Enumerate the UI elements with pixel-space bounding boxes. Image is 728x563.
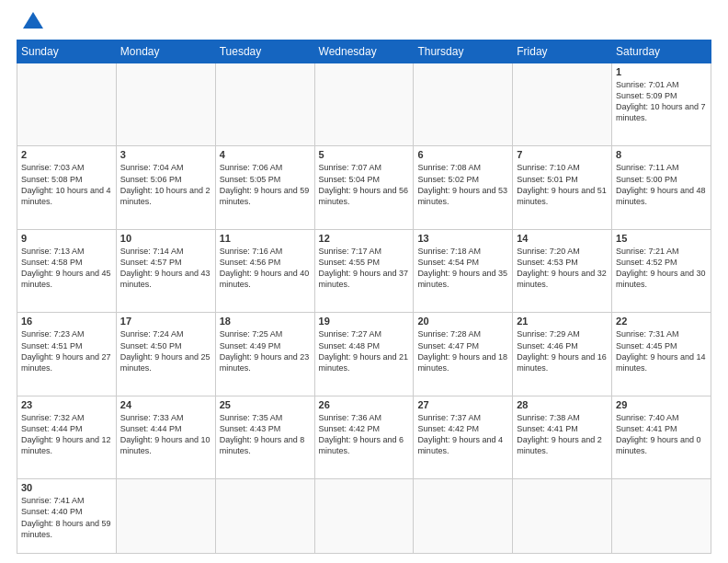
day-info: Sunrise: 7:40 AM Sunset: 4:41 PM Dayligh… bbox=[616, 412, 707, 457]
calendar-cell: 26Sunrise: 7:36 AM Sunset: 4:42 PM Dayli… bbox=[314, 396, 414, 478]
day-number: 10 bbox=[120, 233, 211, 244]
weekday-header-saturday: Saturday bbox=[612, 40, 711, 63]
day-number: 1 bbox=[616, 66, 707, 77]
calendar-cell bbox=[414, 63, 513, 146]
calendar-week-row: 2Sunrise: 7:03 AM Sunset: 5:08 PM Daylig… bbox=[17, 146, 711, 229]
day-info: Sunrise: 7:27 AM Sunset: 4:48 PM Dayligh… bbox=[319, 328, 410, 373]
day-number: 21 bbox=[517, 316, 608, 327]
day-number: 28 bbox=[517, 399, 608, 410]
calendar-week-row: 1Sunrise: 7:01 AM Sunset: 5:09 PM Daylig… bbox=[17, 63, 711, 146]
day-info: Sunrise: 7:03 AM Sunset: 5:08 PM Dayligh… bbox=[21, 162, 112, 207]
calendar-cell bbox=[513, 479, 612, 554]
calendar-cell: 6Sunrise: 7:08 AM Sunset: 5:02 PM Daylig… bbox=[414, 146, 513, 229]
calendar-cell: 30Sunrise: 7:41 AM Sunset: 4:40 PM Dayli… bbox=[17, 479, 117, 554]
calendar-cell: 19Sunrise: 7:27 AM Sunset: 4:48 PM Dayli… bbox=[314, 313, 414, 396]
day-number: 12 bbox=[319, 233, 410, 244]
day-number: 20 bbox=[417, 316, 508, 327]
calendar-cell: 9Sunrise: 7:13 AM Sunset: 4:58 PM Daylig… bbox=[17, 229, 117, 312]
day-info: Sunrise: 7:17 AM Sunset: 4:55 PM Dayligh… bbox=[319, 246, 410, 291]
calendar-cell bbox=[612, 479, 711, 554]
day-info: Sunrise: 7:04 AM Sunset: 5:06 PM Dayligh… bbox=[120, 162, 211, 207]
header bbox=[17, 15, 711, 32]
day-info: Sunrise: 7:28 AM Sunset: 4:47 PM Dayligh… bbox=[417, 328, 508, 373]
day-info: Sunrise: 7:36 AM Sunset: 4:42 PM Dayligh… bbox=[319, 412, 410, 457]
day-number: 9 bbox=[21, 233, 112, 244]
day-info: Sunrise: 7:23 AM Sunset: 4:51 PM Dayligh… bbox=[21, 328, 112, 373]
day-number: 11 bbox=[220, 233, 311, 244]
calendar-cell: 21Sunrise: 7:29 AM Sunset: 4:46 PM Dayli… bbox=[513, 313, 612, 396]
day-info: Sunrise: 7:32 AM Sunset: 4:44 PM Dayligh… bbox=[21, 412, 112, 457]
day-number: 3 bbox=[120, 149, 211, 160]
day-info: Sunrise: 7:37 AM Sunset: 4:42 PM Dayligh… bbox=[417, 412, 508, 457]
calendar-cell: 1Sunrise: 7:01 AM Sunset: 5:09 PM Daylig… bbox=[612, 63, 711, 146]
day-number: 22 bbox=[616, 316, 707, 327]
calendar-cell bbox=[414, 479, 513, 554]
calendar-cell: 10Sunrise: 7:14 AM Sunset: 4:57 PM Dayli… bbox=[116, 229, 215, 312]
day-number: 2 bbox=[21, 149, 112, 160]
day-info: Sunrise: 7:10 AM Sunset: 5:01 PM Dayligh… bbox=[517, 162, 608, 207]
calendar-cell: 28Sunrise: 7:38 AM Sunset: 4:41 PM Dayli… bbox=[513, 396, 612, 478]
logo-icon bbox=[23, 12, 43, 29]
calendar-cell bbox=[116, 63, 215, 146]
day-info: Sunrise: 7:11 AM Sunset: 5:00 PM Dayligh… bbox=[616, 162, 707, 207]
day-info: Sunrise: 7:20 AM Sunset: 4:53 PM Dayligh… bbox=[517, 246, 608, 291]
calendar-cell bbox=[314, 63, 414, 146]
weekday-header-tuesday: Tuesday bbox=[215, 40, 314, 63]
day-info: Sunrise: 7:08 AM Sunset: 5:02 PM Dayligh… bbox=[417, 162, 508, 207]
day-info: Sunrise: 7:01 AM Sunset: 5:09 PM Dayligh… bbox=[616, 79, 707, 124]
weekday-header-monday: Monday bbox=[116, 40, 215, 63]
day-info: Sunrise: 7:29 AM Sunset: 4:46 PM Dayligh… bbox=[517, 328, 608, 373]
logo-area bbox=[17, 15, 43, 32]
day-info: Sunrise: 7:33 AM Sunset: 4:44 PM Dayligh… bbox=[120, 412, 211, 457]
day-number: 17 bbox=[120, 316, 211, 327]
day-number: 27 bbox=[417, 399, 508, 410]
weekday-header-sunday: Sunday bbox=[17, 40, 117, 63]
calendar-cell: 2Sunrise: 7:03 AM Sunset: 5:08 PM Daylig… bbox=[17, 146, 117, 229]
day-info: Sunrise: 7:24 AM Sunset: 4:50 PM Dayligh… bbox=[120, 328, 211, 373]
calendar-cell: 27Sunrise: 7:37 AM Sunset: 4:42 PM Dayli… bbox=[414, 396, 513, 478]
calendar-cell: 4Sunrise: 7:06 AM Sunset: 5:05 PM Daylig… bbox=[215, 146, 314, 229]
calendar-cell: 3Sunrise: 7:04 AM Sunset: 5:06 PM Daylig… bbox=[116, 146, 215, 229]
day-info: Sunrise: 7:13 AM Sunset: 4:58 PM Dayligh… bbox=[21, 246, 112, 291]
day-info: Sunrise: 7:18 AM Sunset: 4:54 PM Dayligh… bbox=[417, 246, 508, 291]
weekday-header-wednesday: Wednesday bbox=[314, 40, 414, 63]
day-number: 26 bbox=[319, 399, 410, 410]
day-info: Sunrise: 7:21 AM Sunset: 4:52 PM Dayligh… bbox=[616, 246, 707, 291]
day-number: 18 bbox=[220, 316, 311, 327]
calendar-cell: 17Sunrise: 7:24 AM Sunset: 4:50 PM Dayli… bbox=[116, 313, 215, 396]
day-number: 4 bbox=[220, 149, 311, 160]
calendar-cell bbox=[17, 63, 117, 146]
calendar-cell: 8Sunrise: 7:11 AM Sunset: 5:00 PM Daylig… bbox=[612, 146, 711, 229]
day-number: 29 bbox=[616, 399, 707, 410]
calendar-cell: 20Sunrise: 7:28 AM Sunset: 4:47 PM Dayli… bbox=[414, 313, 513, 396]
weekday-header-row: SundayMondayTuesdayWednesdayThursdayFrid… bbox=[17, 40, 711, 63]
calendar-cell: 7Sunrise: 7:10 AM Sunset: 5:01 PM Daylig… bbox=[513, 146, 612, 229]
day-info: Sunrise: 7:06 AM Sunset: 5:05 PM Dayligh… bbox=[220, 162, 311, 207]
calendar-week-row: 16Sunrise: 7:23 AM Sunset: 4:51 PM Dayli… bbox=[17, 313, 711, 396]
logo bbox=[17, 15, 43, 32]
weekday-header-thursday: Thursday bbox=[414, 40, 513, 63]
calendar-cell: 23Sunrise: 7:32 AM Sunset: 4:44 PM Dayli… bbox=[17, 396, 117, 478]
calendar-cell: 25Sunrise: 7:35 AM Sunset: 4:43 PM Dayli… bbox=[215, 396, 314, 478]
calendar-cell bbox=[314, 479, 414, 554]
calendar-cell: 14Sunrise: 7:20 AM Sunset: 4:53 PM Dayli… bbox=[513, 229, 612, 312]
calendar-cell: 15Sunrise: 7:21 AM Sunset: 4:52 PM Dayli… bbox=[612, 229, 711, 312]
calendar-cell bbox=[116, 479, 215, 554]
calendar-cell: 22Sunrise: 7:31 AM Sunset: 4:45 PM Dayli… bbox=[612, 313, 711, 396]
day-number: 7 bbox=[517, 149, 608, 160]
calendar-cell: 16Sunrise: 7:23 AM Sunset: 4:51 PM Dayli… bbox=[17, 313, 117, 396]
calendar-cell bbox=[215, 479, 314, 554]
calendar-table: SundayMondayTuesdayWednesdayThursdayFrid… bbox=[17, 40, 711, 554]
day-info: Sunrise: 7:25 AM Sunset: 4:49 PM Dayligh… bbox=[220, 328, 311, 373]
day-number: 16 bbox=[21, 316, 112, 327]
day-info: Sunrise: 7:38 AM Sunset: 4:41 PM Dayligh… bbox=[517, 412, 608, 457]
day-number: 6 bbox=[417, 149, 508, 160]
calendar-cell: 11Sunrise: 7:16 AM Sunset: 4:56 PM Dayli… bbox=[215, 229, 314, 312]
calendar-cell: 5Sunrise: 7:07 AM Sunset: 5:04 PM Daylig… bbox=[314, 146, 414, 229]
day-number: 24 bbox=[120, 399, 211, 410]
calendar-cell: 18Sunrise: 7:25 AM Sunset: 4:49 PM Dayli… bbox=[215, 313, 314, 396]
weekday-header-friday: Friday bbox=[513, 40, 612, 63]
day-number: 14 bbox=[517, 233, 608, 244]
day-number: 25 bbox=[220, 399, 311, 410]
calendar-cell bbox=[513, 63, 612, 146]
